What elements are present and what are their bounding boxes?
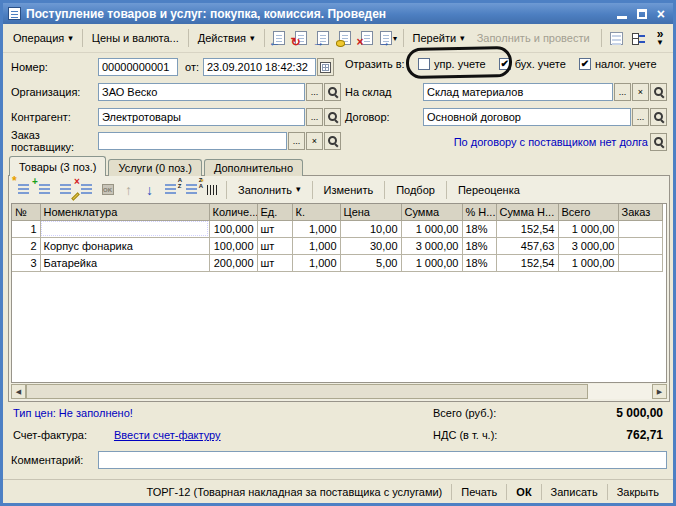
close-button[interactable]: × bbox=[657, 7, 665, 21]
move-up-button[interactable]: ↑ bbox=[118, 179, 139, 200]
clear-button[interactable]: × bbox=[632, 83, 649, 101]
price-type-text[interactable]: Тип цен: Не заполнено! bbox=[13, 407, 133, 419]
scroll-left-button[interactable]: ◀ bbox=[11, 384, 26, 399]
select-button[interactable]: ... bbox=[306, 83, 323, 101]
management-accounting-checkbox[interactable]: упр. учете bbox=[418, 58, 486, 70]
separator bbox=[384, 181, 385, 199]
open-button[interactable] bbox=[650, 83, 667, 101]
sort-asc-button[interactable]: AZ bbox=[160, 179, 181, 200]
separator bbox=[312, 181, 313, 199]
chevron-down-icon: ▾ bbox=[296, 185, 301, 194]
comment-input[interactable] bbox=[98, 451, 667, 469]
select-button[interactable]: ... bbox=[288, 132, 305, 150]
contract-row: Договор: Основной договор ... bbox=[345, 108, 667, 126]
separator bbox=[446, 181, 447, 199]
move-down-button[interactable]: ↓ bbox=[139, 179, 160, 200]
torg12-button[interactable]: ТОРГ-12 (Товарная накладная за поставщик… bbox=[137, 484, 451, 500]
main-toolbar: Операция▾ Цены и валюта... Действия▾ ← ↻… bbox=[3, 24, 673, 53]
toolbar-overflow-button[interactable]: » ▼ bbox=[651, 29, 669, 47]
minimize-icon bbox=[617, 16, 627, 19]
clear-button[interactable]: × bbox=[306, 132, 323, 150]
edit-row-button[interactable] bbox=[55, 179, 76, 200]
contract-label: Договор: bbox=[345, 111, 423, 123]
number-input[interactable]: 00000000001 bbox=[98, 58, 178, 76]
barcode-button[interactable]: * bbox=[202, 179, 223, 200]
separator bbox=[188, 29, 189, 47]
structure-settings-button[interactable] bbox=[605, 27, 627, 49]
table-row[interactable]: 2 Корпус фонарика 100,000 шт 1,000 30,00… bbox=[12, 237, 662, 254]
separator bbox=[264, 29, 265, 47]
goto-menu-button[interactable]: Перейти▾ bbox=[407, 29, 471, 47]
tab-additional[interactable]: Дополнительно bbox=[204, 159, 303, 176]
select-button[interactable]: ... bbox=[306, 108, 323, 126]
save-button[interactable]: Записать bbox=[542, 484, 607, 500]
organization-input[interactable]: ЗАО Веско bbox=[98, 83, 305, 101]
scrollbar-thumb[interactable] bbox=[26, 384, 588, 399]
tax-accounting-checkbox[interactable]: ✔ налог. учете bbox=[579, 58, 657, 70]
counterparty-input[interactable]: Электротовары bbox=[98, 108, 305, 126]
table-row[interactable]: 1 Лампочка 100,000 шт 1,000 10,00 1 000,… bbox=[12, 220, 662, 237]
fill-menu-button[interactable]: Заполнить▾ bbox=[230, 181, 309, 199]
add-row-button[interactable]: * bbox=[13, 179, 34, 200]
table-header-row: № Номенклатура Количе... Ед. К. Цена Сум… bbox=[12, 204, 662, 220]
date-label: от: bbox=[185, 61, 199, 73]
open-button[interactable] bbox=[324, 108, 341, 126]
actions-menu-button[interactable]: Действия▾ bbox=[192, 29, 261, 47]
reread-document-button[interactable]: ← bbox=[268, 27, 290, 49]
debt-detail-button[interactable] bbox=[650, 133, 667, 151]
col-number: № bbox=[12, 204, 40, 220]
vat-label: НДС (в т. ч.): bbox=[433, 429, 497, 441]
print-button[interactable]: Печать bbox=[452, 484, 506, 500]
write-document-button[interactable]: → bbox=[312, 27, 334, 49]
reprice-button[interactable]: Переоценка bbox=[450, 181, 528, 199]
maximize-button[interactable] bbox=[637, 7, 647, 21]
tab-goods[interactable]: Товары (3 поз.) bbox=[9, 156, 106, 176]
ok-button[interactable]: ОК bbox=[507, 484, 540, 500]
enter-invoice-link[interactable]: Ввести счет-фактуру bbox=[114, 429, 221, 441]
delete-row-button[interactable]: × bbox=[76, 179, 97, 200]
warehouse-label: На склад bbox=[345, 86, 423, 98]
open-button[interactable] bbox=[324, 132, 341, 150]
total-label: Всего (руб.): bbox=[433, 407, 496, 419]
select-button[interactable]: ... bbox=[614, 83, 631, 101]
minimize-button[interactable] bbox=[617, 7, 627, 21]
selected-cell[interactable]: Лампочка bbox=[40, 220, 209, 237]
fill-and-post-button[interactable]: Заполнить и провести bbox=[471, 29, 596, 47]
number-row: Номер: 00000000001 от: 23.09.2010 18:42:… bbox=[11, 58, 341, 76]
chevron-down-icon: ▾ bbox=[393, 34, 397, 43]
supplier-order-input[interactable] bbox=[98, 132, 287, 150]
accounting-checkbox[interactable]: ✔ бух. учете bbox=[499, 58, 566, 70]
operation-menu-button[interactable]: Операция▾ bbox=[7, 29, 79, 47]
warehouse-input[interactable]: Склад материалов bbox=[423, 83, 613, 101]
bottom-button-bar: ТОРГ-12 (Товарная накладная за поставщик… bbox=[3, 479, 673, 503]
sort-desc-button[interactable]: ZA bbox=[181, 179, 202, 200]
end-edit-button[interactable]: OK bbox=[97, 179, 118, 200]
open-button[interactable] bbox=[324, 83, 341, 101]
horizontal-scrollbar[interactable]: ◀ ▶ bbox=[11, 384, 667, 399]
date-input[interactable]: 23.09.2010 18:42:32 bbox=[203, 58, 316, 76]
close-form-button[interactable]: Закрыть bbox=[608, 484, 668, 500]
open-button[interactable] bbox=[650, 108, 667, 126]
undo-posting-button[interactable]: × bbox=[356, 27, 378, 49]
contract-input[interactable]: Основной договор bbox=[423, 108, 631, 126]
select-button[interactable]: ... bbox=[632, 108, 649, 126]
supplier-order-row: Заказпоставщику: ... × bbox=[11, 129, 341, 153]
post-document-button[interactable] bbox=[334, 27, 356, 49]
tab-services[interactable]: Услуги (0 поз.) bbox=[108, 159, 201, 176]
table-row[interactable]: 3 Батарейка 200,000 шт 1,000 5,00 1 000,… bbox=[12, 254, 662, 271]
copy-row-button[interactable]: + bbox=[34, 179, 55, 200]
checkbox-list-icon bbox=[632, 32, 645, 45]
calendar-button[interactable] bbox=[317, 58, 334, 76]
goods-toolbar: * + × OK ↑ ↓ AZ ZA * Заполнить▾ Изменить… bbox=[11, 177, 667, 202]
scroll-right-button[interactable]: ▶ bbox=[652, 384, 667, 399]
pick-button[interactable]: Подбор bbox=[388, 181, 443, 199]
organization-row: Организация: ЗАО Веско ... bbox=[11, 83, 341, 101]
refresh-button[interactable]: ↻ bbox=[290, 27, 312, 49]
change-button[interactable]: Изменить bbox=[316, 181, 382, 199]
separator bbox=[82, 29, 83, 47]
visibility-settings-button[interactable] bbox=[627, 27, 649, 49]
post-and-close-button[interactable]: →▾ bbox=[378, 27, 400, 49]
comment-label: Комментарий: bbox=[11, 454, 98, 466]
prices-currency-button[interactable]: Цены и валюта... bbox=[86, 29, 185, 47]
reflect-row: Отразить в: упр. учете ✔ бух. учете ✔ на… bbox=[345, 58, 667, 70]
